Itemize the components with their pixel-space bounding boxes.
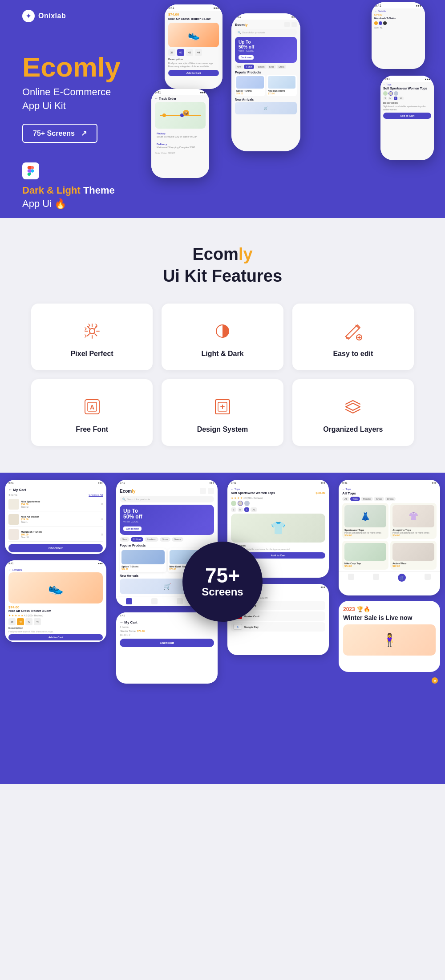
tops-filter-shoe[interactable]: Shoe xyxy=(374,497,384,501)
size-42[interactable]: 42 xyxy=(186,49,193,56)
feature-card-free-font: A Free Font xyxy=(31,379,153,446)
star-3: ★ xyxy=(15,614,17,617)
cart-checkbox-1[interactable]: ☑ xyxy=(101,503,103,506)
cat-shoe[interactable]: Shoe xyxy=(267,65,276,69)
nav-heart[interactable] xyxy=(177,598,183,604)
home-search[interactable]: 🔍 Search for products xyxy=(120,496,214,502)
nav-home[interactable] xyxy=(126,598,132,604)
home-get-it-btn[interactable]: Get it now xyxy=(123,526,142,531)
home-cat-tshirt[interactable]: T-Shirt xyxy=(131,537,143,542)
tops-nav-cart[interactable]: 🛒 xyxy=(398,574,406,582)
home-cat-fashion[interactable]: Fashion xyxy=(145,537,158,542)
popular-img-1 xyxy=(236,76,264,89)
cart-checked-all[interactable]: Checked All xyxy=(89,494,103,496)
tops-nav-home[interactable] xyxy=(348,574,354,580)
color-orange[interactable] xyxy=(374,21,378,25)
size-40-active[interactable]: 40 xyxy=(177,49,184,56)
cart-img-2 xyxy=(8,514,19,525)
tops-filter-all[interactable]: All xyxy=(342,497,349,501)
pd-size-42[interactable]: 42 xyxy=(25,618,32,625)
sw-swatch-1[interactable] xyxy=(231,501,236,506)
home-search-icon[interactable] xyxy=(200,488,206,494)
cart-checkbox-3[interactable]: ☑ xyxy=(101,533,103,536)
sw-swatch-3[interactable] xyxy=(244,501,250,506)
free-font-label: Free Font xyxy=(76,425,108,433)
tops-nav-profile[interactable] xyxy=(425,574,431,580)
sw-xl[interactable]: XL xyxy=(251,507,257,512)
sw-l[interactable]: L xyxy=(244,507,249,512)
screens-badge[interactable]: 75+ Screens ↗ xyxy=(22,124,97,143)
pd-size-38[interactable]: 38 xyxy=(8,618,16,625)
product-detail-phone: 9:41●●● ← Details 👟 $74.00 Nike Air Cros… xyxy=(5,560,106,642)
design-system-svg xyxy=(212,396,233,417)
home-cat-dress[interactable]: Dress xyxy=(172,537,183,542)
cart2-nike-air: Nike Air Trainer xyxy=(120,630,137,632)
sw-swatch-2[interactable] xyxy=(238,501,243,506)
hero-section: ✦ Onixlab Ecomly Online E-Commerce App U… xyxy=(0,0,445,218)
size-options: 38 40 42 44 xyxy=(168,49,219,56)
settings-icon-mini[interactable] xyxy=(291,22,297,27)
pd-size-40[interactable]: 40 xyxy=(17,618,24,625)
home-cat-new[interactable]: New xyxy=(120,537,129,542)
cart-meta: 4 Items Checked All xyxy=(8,494,103,496)
section-title-main: Ecom xyxy=(192,245,238,263)
cart2-price: $74.00 xyxy=(137,630,145,632)
search-icon-mini[interactable] xyxy=(284,22,290,27)
home-search-placeholder: Search for products xyxy=(127,498,150,501)
tops-nav-search[interactable] xyxy=(373,574,379,580)
rt-name: Murukesh T-Shirts xyxy=(374,17,422,20)
new-arrivals-icon: 🛒 xyxy=(163,583,171,590)
search-bar-mini[interactable]: 🔍 Search for products xyxy=(235,29,297,36)
center-badge: 75+ Screens xyxy=(182,542,263,622)
gpay-logo: G xyxy=(233,624,242,630)
cart-count: 4 Items xyxy=(8,494,17,496)
rb-add-to-cart-btn[interactable]: Add to Cart xyxy=(383,113,431,119)
tops-nav-cart-icon: 🛒 xyxy=(400,576,404,580)
rb-status-bar: 9:41●●● xyxy=(380,76,434,82)
size-38[interactable]: 38 xyxy=(168,49,175,56)
tops-filter-dress[interactable]: Dress xyxy=(385,497,396,501)
size-xl[interactable]: XL xyxy=(398,97,404,100)
sw-name: Soft Sportswear Women Tops xyxy=(231,491,316,495)
sw-m[interactable]: M xyxy=(238,507,243,512)
cat-dress[interactable]: Dress xyxy=(277,65,286,69)
add-to-cart-btn[interactable]: Add to Cart xyxy=(168,70,219,76)
nav-search[interactable] xyxy=(151,598,158,604)
swatch-3[interactable] xyxy=(394,91,398,96)
sw-s[interactable]: S xyxy=(231,507,236,512)
tops-filter-tops[interactable]: Tops xyxy=(350,497,360,501)
cart-size-1: Size: M xyxy=(21,506,99,508)
tops-price-2: $84.00 xyxy=(392,534,434,537)
swatch-2-active[interactable] xyxy=(388,91,393,96)
cart-checkbox-2[interactable]: ☑ xyxy=(101,518,103,521)
color-purple[interactable] xyxy=(379,21,382,25)
hero-product-img: 👟 xyxy=(168,23,219,47)
pd-size-44[interactable]: 44 xyxy=(34,618,41,625)
rt-color-options xyxy=(374,21,422,25)
tops-title: All Tops xyxy=(342,491,437,495)
home-cat-shoe[interactable]: Shoe xyxy=(160,537,170,542)
size-s[interactable]: S xyxy=(383,97,387,100)
cat-tshirt[interactable]: T-Shirt xyxy=(244,65,254,69)
cat-fashion[interactable]: Fashion xyxy=(255,65,267,69)
swatch-1[interactable] xyxy=(383,91,388,96)
cart-checkout-btn[interactable]: Checkout xyxy=(8,544,103,552)
gpay-row[interactable]: G Google Pay xyxy=(231,622,325,632)
tops-filter-hoodie[interactable]: Hoodie xyxy=(361,497,373,501)
pd-sizes: 38 40 42 44 xyxy=(8,618,103,625)
get-it-now-btn[interactable]: Get it now xyxy=(239,55,254,60)
sale-model-icon: 🧍‍♀️ xyxy=(382,632,397,647)
size-44[interactable]: 44 xyxy=(195,49,202,56)
size-m[interactable]: M xyxy=(388,97,392,100)
cat-new[interactable]: New xyxy=(235,65,243,69)
pd-desc-label: Description xyxy=(8,627,103,629)
cart2-checkout-btn[interactable]: Checkout xyxy=(120,639,214,647)
theme-dark-text: Dark & Light xyxy=(22,185,81,196)
track-title: ← Track Order xyxy=(155,97,206,100)
color-black[interactable] xyxy=(383,21,387,25)
pd-add-to-cart-btn[interactable]: Add to Cart xyxy=(8,634,103,640)
home-cart-icon[interactable] xyxy=(208,488,214,494)
size-l-active[interactable]: L xyxy=(394,97,398,100)
pickup-info: Pickup South Burnsville City of Battle W… xyxy=(155,130,206,140)
status-bar: 9:41●●● xyxy=(165,4,222,11)
